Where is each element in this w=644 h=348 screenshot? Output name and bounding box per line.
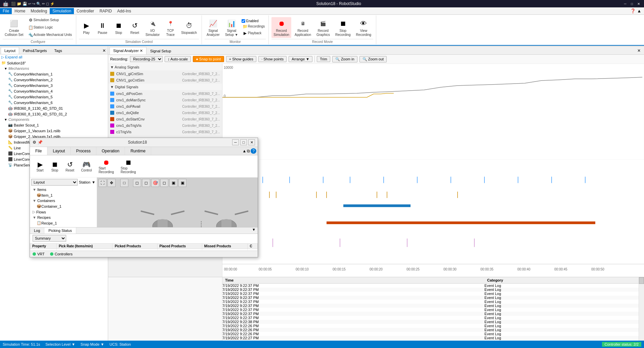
tab-signal-setup[interactable]: Signal Setup [146,47,175,54]
signal-cnv1-diposgen[interactable]: cnv1_diPosGen Controller_IRB360_7_2... [108,91,222,97]
dialog-tab-layout[interactable]: Layout [47,147,71,155]
tcp-trace-btn[interactable]: 📍 TCPTrace [163,17,178,38]
station-dropdown[interactable]: ▼ [92,180,95,184]
menu-modeling[interactable]: Modeling [28,8,50,14]
tab-layout[interactable]: Layout [1,47,19,54]
play-btn[interactable]: ▶ Play [79,19,94,36]
menu-addins[interactable]: Add-Ins [115,8,134,14]
layout-select[interactable]: Layout [31,179,78,186]
dlg-stop-btn[interactable]: ⏹ Stop [48,159,61,173]
signal-cnv1-gicntsim[interactable]: CNV1_giCntSim Controller_IRB360_7_2... [108,71,222,77]
conveyor4[interactable]: 🔧 ConveyorMechanism_4 [0,88,108,94]
tab-signal-analyzer[interactable]: Signal Analyzer ✕ [110,47,146,54]
components-category[interactable]: ▼ Components [0,117,108,122]
tab-tags[interactable]: Tags [51,47,66,54]
tree-item1[interactable]: 📦 Item_1 [31,192,95,198]
snap-mode[interactable]: Snap Mode ▼ [81,342,104,346]
signal-cnv1-dopavail[interactable]: cnv1_doPAvail Controller_IRB360_7_2... [108,103,222,110]
enabled-checkbox[interactable] [242,19,245,23]
create-collision-btn[interactable]: ⬜ CreateCollision Set [3,17,26,38]
dialog-tab-runtime[interactable]: Runtime [125,147,151,155]
panel-close-icon[interactable]: ✕ [101,48,107,54]
dialog-tab-operation[interactable]: Operation [96,147,125,155]
menu-home[interactable]: Home [12,8,28,14]
close-btn[interactable]: ✕ [636,1,641,6]
recording-select[interactable]: Recording-25 [130,56,163,62]
dialog-3d-viewport[interactable]: ⛶ ✥ □ ◻ ◻ 🎯 ◻ ▣ ▣ [97,178,258,227]
conveyor2[interactable]: 🔧 ConveyorMechanism_2 [0,77,108,83]
menu-simulation[interactable]: Simulation [50,8,74,14]
log-table-container[interactable]: Time Category 7/19/2022 9:22:37 PMEvent … [222,277,639,341]
snap-to-point-btn[interactable]: ● Snap to point [193,56,224,62]
recordings-btn[interactable]: 📁 Recordings [242,23,266,30]
pause-btn[interactable]: ⏸ Pause [95,19,110,36]
stop-recording-ribbon-btn[interactable]: ⏹ StopRecording [333,17,353,38]
signal-c1trigvis[interactable]: c1TrigVis Controller_IRB360_7_2... [108,129,222,135]
show-guides-btn[interactable]: + Show guides [226,56,256,62]
tree-flows[interactable]: ▷ Flows [31,209,95,215]
dialog-up-arrow[interactable]: ▲ [242,149,246,153]
minimize-btn[interactable]: ─ [622,1,628,6]
dialog-tab-process[interactable]: Process [71,147,96,155]
dialog-minimize-btn[interactable]: ─ [232,139,239,145]
dlg-stop-recording-btn[interactable]: ⏹ StopRecording [118,157,139,175]
zoom-in-btn[interactable]: 🔍 Zoom in [332,56,357,62]
playback-btn[interactable]: ▶ Playback [242,30,266,36]
sim-setup-btn[interactable]: ⚙ Simulation Setup [27,17,74,23]
sa-close-icon[interactable]: ✕ [635,48,643,54]
arrange-btn[interactable]: Arrange ▼ [289,56,312,62]
record-graphics-btn[interactable]: 🎬 RecordGraphics [314,17,332,38]
signal-cnv1-dotrigvis[interactable]: cnv1_doTrigVis Controller_IRB360_7_2... [108,122,222,129]
show-points-btn[interactable]: · Show points [258,56,287,62]
tree-container1[interactable]: 📦 Container_1 [31,203,95,209]
log-scrollbar[interactable] [639,277,644,341]
scrollbar-thumb[interactable] [639,277,644,284]
dlg-reset-btn[interactable]: ↺ Reset [63,159,77,173]
conveyor3[interactable]: 🔧 ConveyorMechanism_3 [0,83,108,88]
gripper1[interactable]: 📦 Gripper_1_Vacuum 1x1.rslib [0,128,108,134]
tab-paths[interactable]: Paths&Targets [19,47,51,54]
conveyor6[interactable]: 🔧 ConveyorMechanism_6 [0,100,108,105]
tree-containers[interactable]: ▼ Containers [31,198,95,203]
solution-root[interactable]: 📁 Solution18" [0,60,108,66]
irb360-2[interactable]: 🤖 IRB360_8_1130_4D_STD_01_2 [0,111,108,117]
conveyor5[interactable]: 🔧 ConveyorMechanism_5 [0,94,108,100]
signal-analyzer-btn[interactable]: 📈 SignalAnalyzer [205,17,222,38]
trim-btn[interactable]: Trim [317,56,330,62]
basler-scout[interactable]: 📷 Basler Scout_1 [0,122,108,128]
menu-controller[interactable]: Controller [74,8,97,14]
dialog-maximize-btn[interactable]: □ [240,139,247,145]
signal-setup-btn[interactable]: 📊 SignalSetup ▼ [223,17,240,38]
irb360-1[interactable]: 🤖 IRB360_8_1130_4D_STD_01 [0,105,108,111]
reset-btn[interactable]: ↺ Reset [127,19,142,36]
station-logic-btn[interactable]: 📋 Station Logic [27,24,74,31]
mechanisms-category[interactable]: ▼ Mechanisms [0,66,108,71]
dlg-tab-log[interactable]: Log [30,228,44,234]
auto-scale-btn[interactable]: ↕ Auto-scale [165,56,191,62]
tree-items[interactable]: ▼ Items [31,187,95,192]
tree-recipe1[interactable]: 📋 Recipe_1 [31,220,95,226]
summary-select[interactable]: Summary [33,235,66,242]
activate-mech-btn[interactable]: 🔩 Activate Mechanical Units [27,32,74,38]
record-sim-btn[interactable]: ⏺ RecordSimulation [271,17,291,38]
bottom-dropdown[interactable]: ▼ [250,227,258,232]
signal-cnv1-dostartcnv[interactable]: cnv1_doStartCnv Controller_IRB360_7_2... [108,116,222,122]
analog-signals-header[interactable]: ▼ Analog Signals [108,64,222,71]
digital-signals-header[interactable]: ▼ Digital Signals [108,84,222,91]
dialog-tab-file[interactable]: File [30,147,47,155]
menu-file[interactable]: File [0,8,12,14]
zoom-out-btn[interactable]: 🔍 Zoom out [359,56,387,62]
signal-cnv1-gocntsim[interactable]: CNV1_goCntSim Controller_IRB360_7_2... [108,77,222,84]
stopwatch-btn[interactable]: ⏱ Stopwatch [179,19,199,36]
stop-btn[interactable]: ⏹ Stop [111,19,126,36]
signal-cnv1-domansync[interactable]: cnv1_doManSync Controller_IRB360_7_2... [108,97,222,103]
io-sim-btn[interactable]: 🔌 I/OSimulator [143,17,162,38]
tree-recipes[interactable]: ▼ Recipes [31,215,95,220]
signal-cnv1-doqidle[interactable]: cnv1_doQidle Controller_IRB360_7_2... [108,110,222,116]
view-recording-btn[interactable]: 👁 ViewRecording [354,17,374,38]
dlg-control-btn[interactable]: 🎮 Control [78,159,94,173]
dlg-tab-picking[interactable]: Picking Status [44,228,76,234]
menu-rapid[interactable]: RAPID [97,8,115,14]
maximize-btn[interactable]: □ [629,1,635,6]
dialog-close-btn[interactable]: ✕ [248,139,255,145]
